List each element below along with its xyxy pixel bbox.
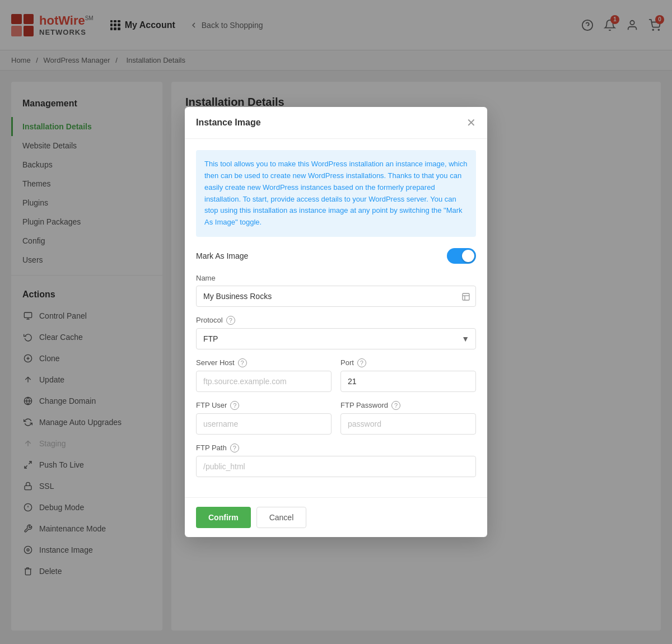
instance-image-modal: Instance Image ✕ This tool allows you to… (185, 107, 487, 537)
name-input-icon[interactable] (461, 291, 470, 301)
host-port-row: Server Host ? Port ? (196, 358, 476, 401)
modal-header: Instance Image ✕ (185, 107, 487, 139)
ftp-password-field-row: FTP Password ? (340, 401, 476, 435)
ftp-password-label: FTP Password ? (340, 401, 476, 410)
mark-as-image-label: Mark As Image (196, 251, 248, 260)
ftp-user-help-icon[interactable]: ? (230, 401, 239, 410)
modal-body: This tool allows you to make this WordPr… (185, 139, 487, 497)
server-host-field-row: Server Host ? (196, 358, 332, 392)
port-input[interactable] (340, 371, 476, 392)
confirm-button[interactable]: Confirm (196, 507, 251, 528)
server-host-input[interactable] (196, 371, 332, 392)
protocol-select-wrap: FTP SFTP ▼ (196, 328, 476, 349)
mark-as-image-toggle[interactable] (447, 248, 476, 264)
modal-footer: Confirm Cancel (185, 497, 487, 537)
port-field-row: Port ? (340, 358, 476, 392)
port-help-icon[interactable]: ? (357, 358, 366, 367)
ftp-path-field-row: FTP Path ? (196, 444, 476, 477)
protocol-field-row: Protocol ? FTP SFTP ▼ (196, 316, 476, 349)
name-input-wrap (196, 286, 476, 307)
protocol-select[interactable]: FTP SFTP (196, 328, 476, 349)
cancel-button[interactable]: Cancel (256, 507, 307, 528)
protocol-label: Protocol ? (196, 316, 476, 325)
ftp-password-input[interactable] (340, 413, 476, 435)
info-text: This tool allows you to make this WordPr… (204, 160, 467, 226)
ftp-path-label: FTP Path ? (196, 444, 476, 452)
ftp-user-label: FTP User ? (196, 401, 332, 410)
modal-title: Instance Image (196, 118, 261, 128)
protocol-help-icon[interactable]: ? (226, 316, 235, 325)
svg-rect-23 (463, 293, 469, 300)
name-input[interactable] (196, 286, 476, 307)
modal-overlay: Instance Image ✕ This tool allows you to… (0, 0, 672, 642)
ftp-path-help-icon[interactable]: ? (230, 444, 239, 452)
mark-as-image-row: Mark As Image (196, 248, 476, 264)
ftp-password-help-icon[interactable]: ? (391, 401, 400, 410)
modal-close-button[interactable]: ✕ (466, 117, 476, 128)
port-label: Port ? (340, 358, 476, 367)
server-host-label: Server Host ? (196, 358, 332, 367)
info-box: This tool allows you to make this WordPr… (196, 150, 476, 237)
user-password-row: FTP User ? FTP Password ? (196, 401, 476, 444)
toggle-knob (462, 250, 474, 262)
server-host-help-icon[interactable]: ? (238, 358, 247, 367)
ftp-path-input[interactable] (196, 456, 476, 477)
name-field-row: Name (196, 274, 476, 307)
ftp-user-field-row: FTP User ? (196, 401, 332, 435)
ftp-user-input[interactable] (196, 413, 332, 435)
name-label: Name (196, 274, 476, 282)
